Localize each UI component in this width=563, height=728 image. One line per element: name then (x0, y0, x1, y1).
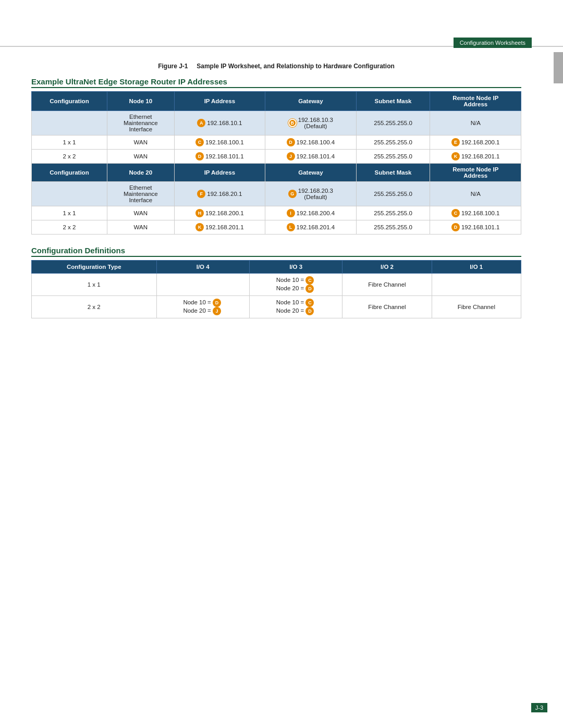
cell-gw: J 192.168.101.4 (265, 150, 357, 164)
cell-io3: Node 10 = C Node 20 = D (249, 274, 342, 296)
cell-io4: Node 10 = D Node 20 = J (156, 296, 249, 318)
icon-K: K (451, 152, 460, 161)
icon-D3: D (451, 223, 460, 231)
cell-gw: G 192.168.20.3(Default) (265, 182, 357, 206)
side-tab (554, 52, 563, 83)
icon-D2: D (195, 152, 204, 161)
col-io2: I/O 2 (342, 261, 432, 274)
figure-caption: Figure J-1 Sample IP Worksheet, and Rela… (31, 63, 521, 70)
cell-node: WAN (107, 206, 174, 220)
config-def-table: Configuration Type I/O 4 I/O 3 I/O 2 I/O… (31, 260, 521, 318)
cell-subnet: 255.255.255.0 (356, 220, 430, 235)
icon-C3: C (305, 276, 314, 285)
cell-node: WAN (107, 150, 174, 164)
icon-B: B (288, 119, 297, 127)
section-label: Configuration Worksheets (454, 38, 532, 48)
cell-ip: D 192.168.101.1 (174, 150, 265, 164)
cell-node: EthernetMaintenanceInterface (107, 111, 174, 135)
cell-io3: Node 10 = C Node 20 = D (249, 296, 342, 318)
icon-H: H (195, 209, 204, 217)
cell-gw: I 192.168.200.4 (265, 206, 357, 220)
cell-ip: K 192.168.201.1 (174, 220, 265, 235)
page-number: J-3 (531, 703, 547, 712)
col-configuration: Configuration (32, 92, 107, 111)
table-row: 1 x 1 WAN H 192.168.200.1 I 192.168.200.… (32, 206, 521, 220)
cell-config (32, 111, 107, 135)
cell-remote: K 192.168.201.1 (430, 150, 521, 164)
table-row: 1 x 1 Node 10 = C Node 20 = D Fibre Chan… (32, 274, 521, 296)
cell-remote: E 192.168.200.1 (430, 135, 521, 150)
col-ip-address: IP Address (174, 92, 265, 111)
figure-text: Sample IP Worksheet, and Relationship to… (197, 63, 395, 70)
icon-J: J (287, 152, 295, 161)
icon-K2: K (195, 223, 204, 231)
icon-D6: D (305, 307, 314, 315)
cell-remote: N/A (430, 182, 521, 206)
col-io4: I/O 4 (156, 261, 249, 274)
cell-config (32, 182, 107, 206)
cell-ip: F 192.168.20.1 (174, 182, 265, 206)
ip-table-node10: Configuration Node 10 IP Address Gateway… (31, 91, 521, 235)
icon-I: I (287, 209, 295, 217)
cell-gw: B 192.168.10.3(Default) (265, 111, 357, 135)
icon-D: D (287, 138, 295, 146)
icon-A: A (197, 119, 205, 127)
cell-remote: N/A (430, 111, 521, 135)
icon-D5: D (213, 299, 221, 307)
cell-remote-hdr: Remote Node IPAddress (430, 164, 521, 182)
icon-C2: C (451, 209, 460, 217)
config-def-heading: Configuration Definitions (31, 246, 521, 257)
col-config-type: Configuration Type (32, 261, 157, 274)
icon-J2: J (213, 307, 221, 315)
cell-subnet: 255.255.255.0 (356, 206, 430, 220)
col-io1: I/O 1 (432, 261, 521, 274)
cell-gw-hdr: Gateway (265, 164, 357, 182)
icon-C: C (195, 138, 204, 146)
icon-L: L (287, 223, 295, 231)
main-content: Figure J-1 Sample IP Worksheet, and Rela… (31, 57, 521, 330)
col-node10: Node 10 (107, 92, 174, 111)
cell-io2: Fibre Channel (342, 296, 432, 318)
col-remote-node-ip: Remote Node IPAddress (430, 92, 521, 111)
cell-config: 1 x 1 (32, 135, 107, 150)
cell-ip: C 192.168.100.1 (174, 135, 265, 150)
cell-node: EthernetMaintenanceInterface (107, 182, 174, 206)
cell-node-hdr: Node 20 (107, 164, 174, 182)
cell-ip: A 192.168.10.1 (174, 111, 265, 135)
cell-type: 2 x 2 (32, 296, 157, 318)
cell-io1 (432, 274, 521, 296)
cell-node: WAN (107, 135, 174, 150)
cell-config: 1 x 1 (32, 206, 107, 220)
table-row: 2 x 2 WAN K 192.168.201.1 L 192.168.201.… (32, 220, 521, 235)
table-row: EthernetMaintenanceInterface A 192.168.1… (32, 111, 521, 135)
config-header-row: Configuration Node 20 IP Address Gateway… (32, 164, 521, 182)
icon-F: F (197, 190, 205, 198)
cell-config-hdr: Configuration (32, 164, 107, 182)
icon-G: G (288, 190, 297, 198)
table-row: 1 x 1 WAN C 192.168.100.1 D 192.168.100.… (32, 135, 521, 150)
cell-io1: Fibre Channel (432, 296, 521, 318)
figure-num: Figure J-1 (158, 63, 188, 70)
col-io3: I/O 3 (249, 261, 342, 274)
cell-node: WAN (107, 220, 174, 235)
cell-subnet: 255.255.255.0 (356, 135, 430, 150)
cell-subnet-hdr: Subnet Mask (356, 164, 430, 182)
cell-subnet: 255.255.255.0 (356, 150, 430, 164)
cell-io2: Fibre Channel (342, 274, 432, 296)
icon-D4: D (305, 285, 314, 293)
cell-remote: C 192.168.100.1 (430, 206, 521, 220)
ip-section-heading: Example UltraNet Edge Storage Router IP … (31, 77, 521, 88)
cell-remote: D 192.168.101.1 (430, 220, 521, 235)
icon-E: E (451, 138, 460, 146)
cell-ip: H 192.168.200.1 (174, 206, 265, 220)
cell-ip-hdr: IP Address (174, 164, 265, 182)
table-row: 2 x 2 Node 10 = D Node 20 = J Node 10 = … (32, 296, 521, 318)
col-subnet-mask: Subnet Mask (356, 92, 430, 111)
cell-subnet: 255.255.255.0 (356, 182, 430, 206)
cell-config: 2 x 2 (32, 150, 107, 164)
cell-io4 (156, 274, 249, 296)
cell-gw: D 192.168.100.4 (265, 135, 357, 150)
col-gateway: Gateway (265, 92, 357, 111)
cell-type: 1 x 1 (32, 274, 157, 296)
cell-config: 2 x 2 (32, 220, 107, 235)
